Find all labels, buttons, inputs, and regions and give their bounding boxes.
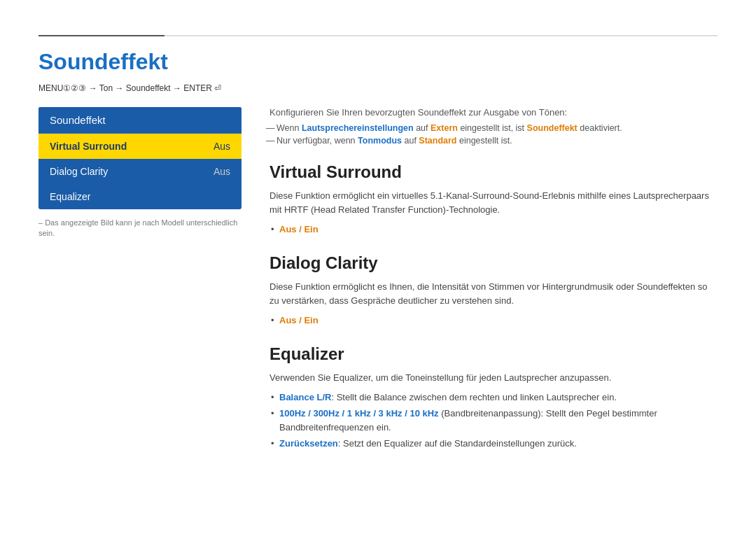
- sidebar-item-equalizer-label: Equalizer: [50, 191, 90, 202]
- section-virtual-surround: Virtual Surround Diese Funktion ermöglic…: [270, 162, 718, 237]
- main-layout: Soundeffekt Virtual Surround Aus Dialog …: [38, 107, 718, 454]
- menu-path: MENU①②③ → Ton → Soundeffekt → ENTER ⏎: [38, 83, 718, 93]
- dialog-clarity-aus-ein: Aus / Ein: [279, 315, 318, 325]
- sidebar-item-virtual-surround[interactable]: Virtual Surround Aus: [38, 134, 241, 159]
- sidebar: Soundeffekt Virtual Surround Aus Dialog …: [38, 107, 241, 239]
- sidebar-panel: Soundeffekt Virtual Surround Aus Dialog …: [38, 107, 241, 209]
- note2-standard: Standard: [419, 136, 456, 146]
- equalizer-freq-label: 100Hz / 300Hz / 1 kHz / 3 kHz / 10 kHz: [279, 408, 439, 419]
- menu-path-text: MENU①②③ → Ton → Soundeffekt → ENTER ⏎: [38, 83, 221, 93]
- sidebar-note: – Das angezeigte Bild kann je nach Model…: [38, 218, 241, 239]
- equalizer-bullet-2: 100Hz / 300Hz / 1 kHz / 3 kHz / 10 kHz (…: [270, 407, 718, 434]
- top-rule: [38, 35, 718, 36]
- section-equalizer: Equalizer Verwenden Sie Equalizer, um di…: [270, 344, 718, 451]
- equalizer-bullet-3: Zurücksetzen: Setzt den Equalizer auf di…: [270, 437, 718, 451]
- note1-soundeffekt: Soundeffekt: [527, 123, 578, 133]
- virtual-surround-bullet-1: Aus / Ein: [270, 223, 718, 237]
- dialog-clarity-bullet-1: Aus / Ein: [270, 314, 718, 328]
- note-line-1: Wenn Lautsprechereinstellungen auf Exter…: [270, 123, 718, 133]
- sidebar-item-virtual-surround-value: Aus: [214, 141, 230, 152]
- equalizer-link: Equalizer: [333, 372, 370, 383]
- note1-lautsprechereinstellungen: Lautsprechereinstellungen: [302, 123, 414, 133]
- equalizer-balance-label: Balance L/R: [279, 392, 331, 402]
- dialog-clarity-desc: Diese Funktion ermöglicht es Ihnen, die …: [270, 280, 718, 308]
- equalizer-intro: Verwenden Sie Equalizer, um die Toneinst…: [270, 371, 718, 385]
- equalizer-title: Equalizer: [270, 344, 718, 364]
- sidebar-item-dialog-clarity-label: Dialog Clarity: [50, 166, 108, 177]
- page-title: Soundeffekt: [38, 49, 718, 75]
- equalizer-reset-label: Zurücksetzen: [279, 438, 338, 449]
- sidebar-item-equalizer[interactable]: Equalizer: [38, 184, 241, 209]
- note1-extern: Extern: [430, 123, 458, 133]
- sidebar-header: Soundeffekt: [38, 107, 241, 134]
- note2-tonmodus: Tonmodus: [358, 136, 402, 146]
- virtual-surround-aus-ein: Aus / Ein: [279, 224, 318, 234]
- note-line-2: Nur verfügbar, wenn Tonmodus auf Standar…: [270, 136, 718, 146]
- sidebar-item-dialog-clarity-value: Aus: [214, 166, 230, 177]
- virtual-surround-desc: Diese Funktion ermöglicht ein virtuelles…: [270, 189, 718, 217]
- intro-text: Konfigurieren Sie Ihren bevorzugten Soun…: [270, 107, 718, 118]
- equalizer-bullet-1: Balance L/R: Stellt die Balance zwischen…: [270, 391, 718, 405]
- dialog-clarity-title: Dialog Clarity: [270, 253, 718, 273]
- content-area: Konfigurieren Sie Ihren bevorzugten Soun…: [270, 107, 718, 454]
- virtual-surround-title: Virtual Surround: [270, 162, 718, 182]
- sidebar-item-dialog-clarity[interactable]: Dialog Clarity Aus: [38, 159, 241, 184]
- section-dialog-clarity: Dialog Clarity Diese Funktion ermöglicht…: [270, 253, 718, 328]
- sidebar-item-virtual-surround-label: Virtual Surround: [50, 141, 127, 152]
